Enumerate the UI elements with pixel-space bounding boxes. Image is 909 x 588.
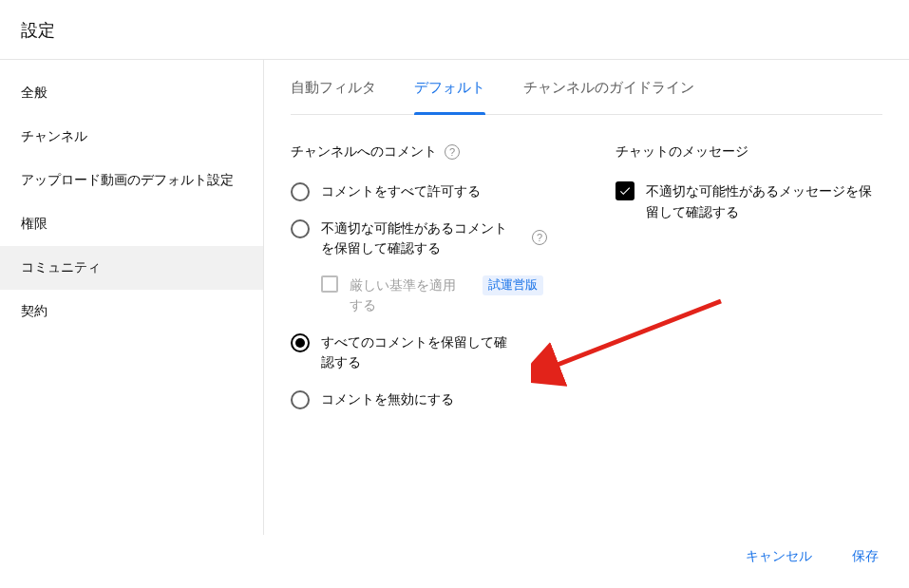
tab-auto-filter[interactable]: 自動フィルタ xyxy=(291,79,376,114)
chat-section-title: チャットのメッセージ xyxy=(615,143,883,161)
checkbox-label: 不適切な可能性があるメッセージを保留して確認する xyxy=(646,181,883,222)
tab-channel-guidelines[interactable]: チャンネルのガイドライン xyxy=(523,79,694,114)
sidebar-item-agreements[interactable]: 契約 xyxy=(0,290,263,333)
radio-label: コメントを無効にする xyxy=(321,389,454,409)
sidebar-item-community[interactable]: コミュニティ xyxy=(0,246,263,290)
chat-column: チャットのメッセージ 不適切な可能性があるメッセージを保留して確認する xyxy=(615,143,883,409)
comments-column: チャンネルへのコメント ? コメントをすべて許可する 不適切な可能性があるコメン… xyxy=(291,143,559,409)
sidebar-item-general[interactable]: 全般 xyxy=(0,71,263,115)
checkbox-input[interactable] xyxy=(615,181,634,200)
strict-standard-label: 厳しい基準を適用する xyxy=(350,275,464,315)
tab-bar: 自動フィルタ デフォルト チャンネルのガイドライン xyxy=(291,79,882,115)
sidebar-item-upload-defaults[interactable]: アップロード動画のデフォルト設定 xyxy=(0,159,263,202)
save-button[interactable]: 保存 xyxy=(841,541,890,573)
check-icon xyxy=(618,184,632,198)
checkbox-strict-standard[interactable] xyxy=(321,275,338,293)
radio-disable-comments[interactable]: コメントを無効にする xyxy=(291,389,559,409)
comments-section-title: チャンネルへのコメント ? xyxy=(291,143,559,161)
strict-standard-row: 厳しい基準を適用する 試運営版 xyxy=(321,275,559,315)
radio-input[interactable] xyxy=(291,333,310,352)
settings-main: 自動フィルタ デフォルト チャンネルのガイドライン チャンネルへのコメント ? … xyxy=(264,60,909,535)
experimental-badge: 試運営版 xyxy=(483,275,543,295)
radio-hold-all[interactable]: すべてのコメントを保留して確認する xyxy=(291,332,559,372)
sidebar-item-permissions[interactable]: 権限 xyxy=(0,202,263,246)
radio-input[interactable] xyxy=(291,219,310,238)
checkbox-hold-chat[interactable]: 不適切な可能性があるメッセージを保留して確認する xyxy=(615,181,883,222)
dialog-header: 設定 xyxy=(0,0,909,60)
radio-input[interactable] xyxy=(291,390,310,409)
radio-label: 不適切な可能性があるコメントを保留して確認する xyxy=(321,218,511,258)
tab-default[interactable]: デフォルト xyxy=(414,79,485,114)
radio-label: すべてのコメントを保留して確認する xyxy=(321,332,511,372)
settings-sidebar: 全般 チャンネル アップロード動画のデフォルト設定 権限 コミュニティ 契約 xyxy=(0,60,264,535)
cancel-button[interactable]: キャンセル xyxy=(734,541,824,573)
help-icon[interactable]: ? xyxy=(532,230,547,245)
radio-hold-inappropriate[interactable]: 不適切な可能性があるコメントを保留して確認する ? xyxy=(291,218,559,258)
dialog-title: 設定 xyxy=(21,19,888,42)
comments-title-text: チャンネルへのコメント xyxy=(291,143,437,161)
sidebar-item-channel[interactable]: チャンネル xyxy=(0,115,263,159)
help-icon[interactable]: ? xyxy=(445,144,460,160)
chat-title-text: チャットのメッセージ xyxy=(615,143,748,161)
radio-input[interactable] xyxy=(291,182,310,201)
radio-allow-all[interactable]: コメントをすべて許可する xyxy=(291,181,559,201)
radio-label: コメントをすべて許可する xyxy=(321,181,481,201)
dialog-footer: キャンセル 保存 xyxy=(734,541,890,573)
